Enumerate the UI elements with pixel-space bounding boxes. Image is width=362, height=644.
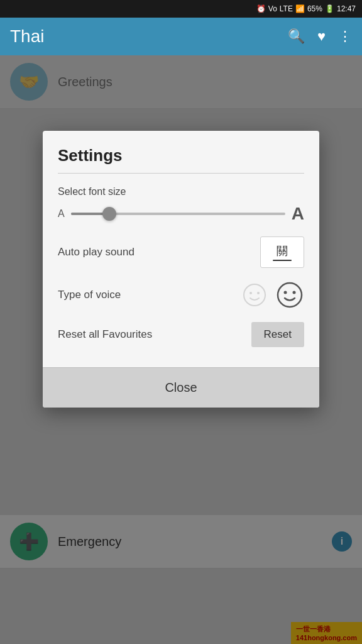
font-small-indicator: A	[58, 208, 65, 219]
auto-play-value: 關	[277, 243, 288, 258]
voice-active-icon[interactable]	[275, 280, 304, 309]
vol-indicator: Vo	[268, 4, 277, 13]
auto-play-label: Auto play sound	[58, 246, 134, 258]
font-size-label: Select font size	[58, 186, 304, 197]
background-content: 🤝 Greetings Settings Select font size A	[0, 55, 362, 644]
reset-favourites-row: Reset all Favourites Reset	[58, 322, 304, 347]
voice-icon-group	[240, 280, 304, 309]
auto-play-button[interactable]: 關	[260, 236, 304, 268]
svg-point-4	[284, 291, 287, 294]
reset-button[interactable]: Reset	[251, 322, 304, 347]
svg-point-2	[257, 292, 260, 294]
status-icons: ⏰ Vo LTE 📶 65% 🔋 12:47	[256, 4, 356, 13]
settings-dialog: Settings Select font size A A	[43, 131, 319, 408]
auto-play-row: Auto play sound 關	[58, 236, 304, 268]
overlay-dim: Settings Select font size A A	[0, 55, 362, 644]
svg-point-1	[250, 292, 252, 294]
app-bar: Thai 🔍 ♥ ⋮	[0, 18, 362, 55]
search-icon[interactable]: 🔍	[288, 28, 305, 45]
font-size-row: A A	[58, 204, 304, 224]
close-button[interactable]: Close	[43, 367, 319, 408]
app-bar-actions: 🔍 ♥ ⋮	[288, 28, 352, 45]
dialog-body: Settings Select font size A A	[43, 131, 319, 347]
battery-icon: 🔋	[325, 4, 334, 13]
status-bar: ⏰ Vo LTE 📶 65% 🔋 12:47	[0, 0, 362, 18]
type-of-voice-label: Type of voice	[58, 289, 121, 301]
app-title: Thai	[10, 26, 44, 47]
dialog-divider	[58, 173, 304, 174]
font-large-indicator: A	[292, 204, 304, 224]
svg-point-0	[244, 284, 265, 306]
dialog-title: Settings	[58, 146, 304, 165]
svg-point-5	[293, 291, 296, 294]
clock: 12:47	[337, 4, 356, 13]
favorites-icon[interactable]: ♥	[317, 28, 326, 45]
font-size-slider-container[interactable]	[71, 208, 285, 220]
alarm-icon: ⏰	[256, 4, 266, 13]
reset-favourites-label: Reset all Favourites	[58, 328, 152, 341]
voice-ghost-icon[interactable]	[240, 280, 269, 309]
lte-indicator: LTE	[280, 4, 293, 13]
battery-percentage: 65%	[307, 4, 322, 13]
auto-play-line	[273, 260, 292, 261]
signal-icon: 📶	[295, 4, 305, 13]
svg-point-3	[278, 283, 302, 307]
more-options-icon[interactable]: ⋮	[338, 28, 352, 45]
type-of-voice-row: Type of voice	[58, 280, 304, 309]
